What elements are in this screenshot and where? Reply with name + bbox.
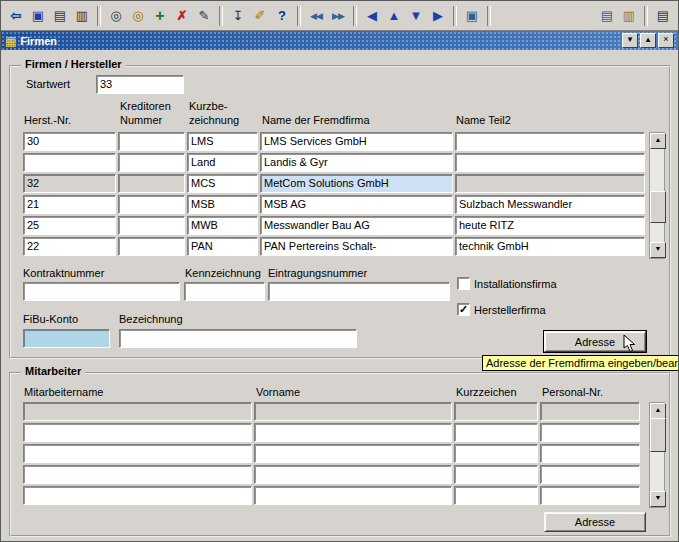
enter-query-icon[interactable]: ◎ — [105, 5, 127, 27]
next-block-icon[interactable]: ▶▶ — [327, 5, 349, 27]
kreditoren-field[interactable] — [118, 153, 185, 172]
close-icon[interactable]: × — [658, 33, 674, 48]
save-icon[interactable]: ▣ — [27, 5, 49, 27]
kurzzeichen-field[interactable] — [454, 444, 538, 463]
print-list-icon[interactable]: ▥ — [71, 5, 93, 27]
herstellerfirma-checkbox[interactable]: ✓ — [457, 303, 470, 316]
eintragungsnummer-input[interactable] — [268, 282, 450, 301]
scroll-up-icon[interactable]: ▲ — [650, 403, 666, 419]
personal-nr-field[interactable] — [540, 423, 640, 442]
bezeichnung-input[interactable] — [119, 329, 357, 348]
personal-nr-field[interactable] — [540, 444, 640, 463]
herst-nr-field[interactable]: 25 — [23, 216, 116, 235]
firmen-scrollbar[interactable]: ▲ ▼ — [649, 132, 665, 259]
herst-nr-field[interactable]: 32 — [23, 174, 116, 193]
down-record-icon[interactable]: ▼ — [405, 5, 427, 27]
print-icon[interactable]: ▤ — [49, 5, 71, 27]
kreditoren-field[interactable] — [118, 237, 185, 256]
kreditoren-field[interactable] — [118, 132, 185, 151]
previous-block-icon[interactable]: ◀◀ — [305, 5, 327, 27]
herst-nr-field[interactable]: 22 — [23, 237, 116, 256]
insert-record-icon[interactable]: + — [149, 5, 171, 27]
name-field[interactable]: MSB AG — [260, 195, 453, 214]
kurzbez-field[interactable]: MSB — [187, 195, 258, 214]
kreditoren-field[interactable] — [118, 216, 185, 235]
kurzbez-field[interactable]: PAN — [187, 237, 258, 256]
exit-icon[interactable]: ⇦ — [5, 5, 27, 27]
installationsfirma-checkbox[interactable] — [457, 277, 470, 290]
kontraktnummer-input[interactable] — [23, 282, 180, 301]
edge-icon[interactable]: ▤ — [652, 5, 674, 27]
help-icon[interactable]: ? — [271, 5, 293, 27]
adresse-button[interactable]: Adresse — [544, 331, 646, 352]
notes-icon[interactable]: ▤ — [596, 5, 618, 27]
scroll-down-icon[interactable]: ▼ — [650, 491, 666, 507]
installationsfirma-label: Installationsfirma — [474, 278, 557, 290]
kennzeichnung-input[interactable] — [184, 282, 265, 301]
name-teil2-field[interactable] — [455, 174, 645, 193]
kurzzeichen-field[interactable] — [454, 465, 538, 484]
herst-nr-field[interactable]: 30 — [23, 132, 116, 151]
vorname-field[interactable] — [254, 402, 452, 421]
name-teil2-field[interactable]: heute RITZ — [455, 216, 645, 235]
fibu-konto-input[interactable] — [23, 329, 110, 348]
update-record-icon[interactable]: ✎ — [193, 5, 215, 27]
kurzzeichen-field[interactable] — [454, 402, 538, 421]
minimize-icon[interactable]: ▾ — [622, 33, 638, 48]
execute-query-icon[interactable]: ◎ — [127, 5, 149, 27]
scroll-thumb[interactable] — [650, 191, 666, 223]
previous-record-icon[interactable]: ◀ — [361, 5, 383, 27]
titlebar[interactable]: ▦ Firmen ▾ ▴ × — [1, 31, 678, 50]
mitarbeitername-field[interactable] — [23, 444, 252, 463]
mitarbeitername-field[interactable] — [23, 423, 252, 442]
kurzbez-field[interactable]: Land — [187, 153, 258, 172]
kurzzeichen-field[interactable] — [454, 423, 538, 442]
personal-nr-field[interactable] — [540, 486, 640, 505]
startwert-input[interactable]: 33 — [96, 75, 184, 94]
vorname-field[interactable] — [254, 423, 452, 442]
mitarbeiter-adresse-button[interactable]: Adresse — [544, 512, 646, 532]
name-field[interactable]: Landis & Gyr — [260, 153, 453, 172]
vorname-field[interactable] — [254, 486, 452, 505]
herst-nr-field[interactable]: 21 — [23, 195, 116, 214]
personal-nr-field[interactable] — [540, 402, 640, 421]
scroll-down-icon[interactable]: ▼ — [650, 242, 666, 258]
name-teil2-field[interactable] — [455, 132, 645, 151]
table-row — [23, 486, 640, 505]
toolbar-separator — [487, 6, 491, 26]
kreditoren-field[interactable] — [118, 174, 185, 193]
name-field-selected[interactable]: MetCom Solutions GmbH — [260, 174, 453, 193]
personal-nr-field[interactable] — [540, 465, 640, 484]
name-teil2-field[interactable] — [455, 153, 645, 172]
up-record-icon[interactable]: ▲ — [383, 5, 405, 27]
herstellerfirma-label: Herstellerfirma — [474, 304, 546, 316]
clipboard-icon[interactable]: ▥ — [618, 5, 640, 27]
mitarbeitername-field[interactable] — [23, 465, 252, 484]
duplicate-icon[interactable]: ↧ — [227, 5, 249, 27]
name-teil2-field[interactable]: Sulzbach Messwandler — [455, 195, 645, 214]
next-record-icon[interactable]: ▶ — [427, 5, 449, 27]
name-field[interactable]: PAN Pertereins Schalt- — [260, 237, 453, 256]
restore-icon[interactable]: ▴ — [640, 33, 656, 48]
kurzbez-field[interactable]: MCS — [187, 174, 258, 193]
mitarbeitername-field[interactable] — [23, 402, 252, 421]
scroll-up-icon[interactable]: ▲ — [650, 133, 666, 149]
vorname-field[interactable] — [254, 465, 452, 484]
kreditoren-field[interactable] — [118, 195, 185, 214]
window-title: Firmen — [20, 35, 57, 47]
name-field[interactable]: LMS Services GmbH — [260, 132, 453, 151]
kurzbez-field[interactable]: MWB — [187, 216, 258, 235]
edit-icon[interactable]: ✐ — [249, 5, 271, 27]
kurzbez-field[interactable]: LMS — [187, 132, 258, 151]
table-row: 25 MWB Messwandler Bau AG heute RITZ — [23, 216, 645, 235]
delete-record-icon[interactable]: ✗ — [171, 5, 193, 27]
mitarbeiter-scrollbar[interactable]: ▲ ▼ — [649, 402, 665, 508]
vorname-field[interactable] — [254, 444, 452, 463]
herst-nr-field[interactable] — [23, 153, 116, 172]
name-field[interactable]: Messwandler Bau AG — [260, 216, 453, 235]
name-teil2-field[interactable]: technik GmbH — [455, 237, 645, 256]
window-list-icon[interactable]: ▣ — [461, 5, 483, 27]
mitarbeitername-field[interactable] — [23, 486, 252, 505]
scroll-thumb[interactable] — [650, 418, 666, 452]
kurzzeichen-field[interactable] — [454, 486, 538, 505]
